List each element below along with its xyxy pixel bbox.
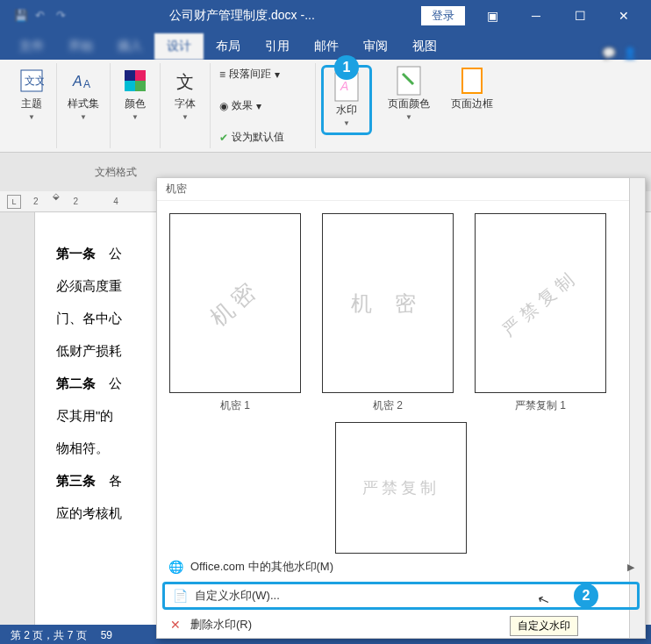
word-count[interactable]: 59 bbox=[101, 629, 112, 641]
callout-badge-2: 2 bbox=[574, 583, 598, 608]
svg-text:文: 文 bbox=[176, 72, 194, 91]
tab-design[interactable]: 设计 bbox=[154, 33, 204, 60]
svg-rect-6 bbox=[125, 81, 135, 91]
globe-icon: 🌐 bbox=[168, 559, 183, 575]
save-icon[interactable]: 💾 bbox=[14, 9, 28, 23]
undo-icon[interactable]: ↶ bbox=[35, 9, 49, 23]
chevron-right-icon: ▶ bbox=[627, 562, 634, 573]
svg-rect-12 bbox=[462, 68, 482, 93]
svg-text:文文: 文文 bbox=[25, 75, 44, 87]
svg-text:A: A bbox=[72, 74, 82, 89]
svg-text:A: A bbox=[83, 78, 90, 90]
cursor-icon: ↖ bbox=[535, 590, 552, 609]
office-watermarks-menu-item[interactable]: 🌐 Office.com 中的其他水印(M) ▶ bbox=[157, 554, 645, 580]
login-button[interactable]: 登录 bbox=[421, 6, 465, 25]
svg-rect-4 bbox=[125, 70, 135, 81]
custom-watermark-menu-item[interactable]: 📄 自定义水印(W)... 2 ↖ bbox=[162, 582, 640, 610]
doc-format-label: 文档格式 bbox=[95, 165, 137, 180]
maximize-icon[interactable]: ☐ bbox=[560, 0, 600, 32]
ribbon-tabs: 文件 开始 插入 设计 布局 引用 邮件 审阅 视图 💬 👤 bbox=[0, 32, 651, 60]
tell-me-icon[interactable]: 💬 bbox=[602, 47, 616, 60]
tab-view[interactable]: 视图 bbox=[400, 33, 449, 60]
chevron-down-icon: ▼ bbox=[132, 113, 139, 121]
ribbon-options-icon[interactable]: ▣ bbox=[472, 0, 512, 32]
tab-review[interactable]: 审阅 bbox=[351, 33, 400, 60]
tab-reference[interactable]: 引用 bbox=[253, 33, 302, 60]
tab-selector[interactable]: L bbox=[7, 195, 21, 209]
chevron-down-icon: ▼ bbox=[28, 113, 35, 121]
styleset-icon: AA bbox=[69, 67, 97, 95]
effect-button[interactable]: ◉ 效果 ▾ bbox=[216, 97, 265, 115]
chevron-down-icon: ▾ bbox=[275, 68, 280, 81]
theme-icon: 文文 bbox=[18, 67, 46, 95]
minimize-icon[interactable]: ─ bbox=[516, 0, 556, 32]
watermark-preset-4[interactable]: 严禁复制 bbox=[169, 422, 633, 554]
delete-icon: ✕ bbox=[168, 617, 183, 633]
watermark-preset-3[interactable]: 严禁复制 严禁复制 1 bbox=[475, 213, 606, 413]
indent-marker-icon[interactable]: ⬙ bbox=[53, 191, 60, 201]
color-button[interactable]: 颜色 ▼ bbox=[116, 65, 154, 123]
page-border-icon bbox=[458, 67, 486, 95]
chevron-down-icon: ▼ bbox=[405, 113, 412, 121]
font-icon: 文 bbox=[171, 67, 199, 95]
font-button[interactable]: 文 字体 ▼ bbox=[166, 65, 204, 123]
chevron-down-icon: ▼ bbox=[182, 113, 189, 121]
svg-rect-5 bbox=[135, 70, 146, 81]
tooltip: 自定义水印 bbox=[510, 616, 578, 636]
title-bar: 💾 ↶ ↷ 公司财产管理制度.docx -... 登录 ▣ ─ ☐ ✕ bbox=[0, 0, 651, 32]
chevron-down-icon: ▼ bbox=[343, 119, 350, 127]
ribbon: 文文 主题 ▼ AA 样式集 ▼ 颜色 ▼ 文 字体 ▼ ≡ 段落间距 ▾ bbox=[0, 60, 651, 153]
callout-badge-1: 1 bbox=[334, 55, 359, 80]
chevron-down-icon: ▾ bbox=[256, 100, 261, 112]
watermark-preset-1[interactable]: 机密 机密 1 bbox=[169, 213, 301, 413]
quick-access-toolbar: 💾 ↶ ↷ bbox=[14, 9, 70, 23]
watermark-section-header: 机密 bbox=[157, 178, 645, 201]
tab-file[interactable]: 文件 bbox=[7, 33, 56, 60]
set-default-button[interactable]: ✔ 设为默认值 bbox=[216, 128, 288, 147]
redo-icon[interactable]: ↷ bbox=[56, 9, 70, 23]
paragraph-spacing-button[interactable]: ≡ 段落间距 ▾ bbox=[216, 65, 283, 83]
close-icon[interactable]: ✕ bbox=[604, 0, 644, 32]
page-indicator[interactable]: 第 2 页，共 7 页 bbox=[11, 628, 87, 643]
page-color-button[interactable]: 页面颜色 ▼ bbox=[383, 65, 435, 123]
chevron-down-icon: ▼ bbox=[80, 113, 87, 121]
styleset-button[interactable]: AA 样式集 ▼ bbox=[62, 65, 104, 123]
tab-insert[interactable]: 插入 bbox=[105, 33, 154, 60]
theme-button[interactable]: 文文 主题 ▼ bbox=[12, 65, 51, 123]
svg-text:A: A bbox=[340, 79, 348, 93]
spacing-icon: ≡ bbox=[219, 68, 225, 81]
tab-start[interactable]: 开始 bbox=[56, 33, 105, 60]
svg-rect-7 bbox=[135, 81, 146, 91]
watermark-button[interactable]: A 水印 ▼ 1 bbox=[321, 65, 372, 135]
page-icon: 📄 bbox=[172, 588, 188, 604]
window-controls: ▣ ─ ☐ ✕ bbox=[472, 0, 644, 32]
watermark-preset-2[interactable]: 机 密 机密 2 bbox=[322, 213, 454, 413]
document-title: 公司财产管理制度.docx -... bbox=[70, 8, 414, 24]
check-icon: ✔ bbox=[219, 132, 228, 144]
left-margin bbox=[0, 212, 35, 625]
color-icon bbox=[121, 67, 149, 95]
share-icon[interactable]: 👤 bbox=[623, 47, 637, 60]
tab-layout[interactable]: 布局 bbox=[204, 33, 253, 60]
watermark-dropdown-panel: 机密 机密 机密 1 机 密 机密 2 严禁复制 严禁复制 1 严禁复制 🌐 O… bbox=[156, 177, 646, 639]
effect-icon: ◉ bbox=[219, 100, 228, 112]
page-border-button[interactable]: 页面边框 bbox=[446, 65, 498, 113]
page-color-icon bbox=[395, 67, 423, 95]
